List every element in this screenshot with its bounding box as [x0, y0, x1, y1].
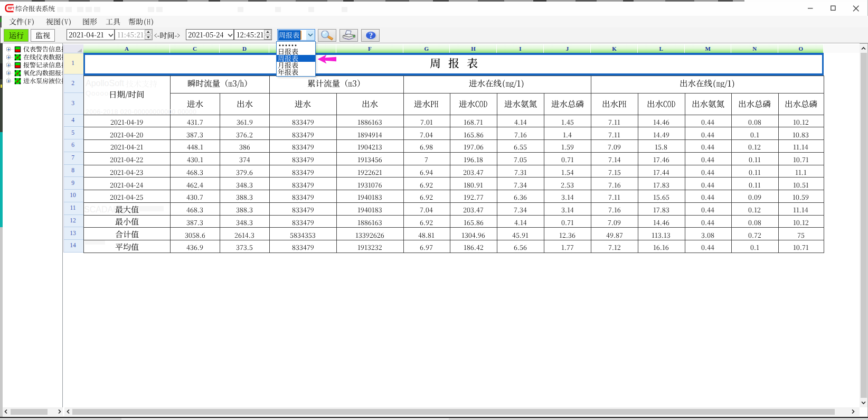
- svg-text:?: ?: [369, 32, 373, 40]
- svg-text:RPT: RPT: [8, 6, 14, 10]
